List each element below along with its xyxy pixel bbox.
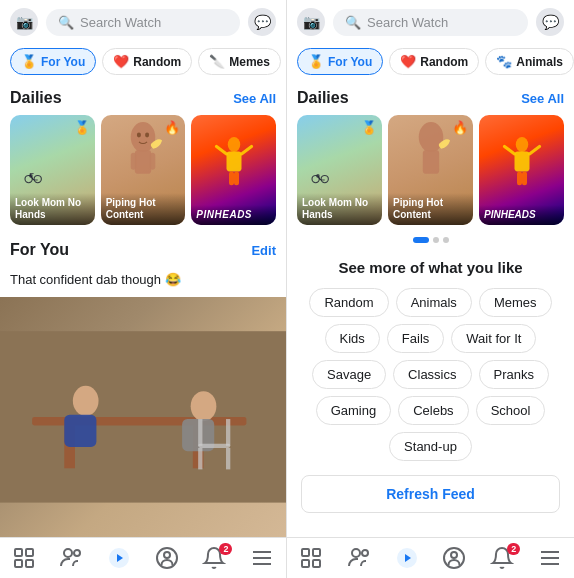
svg-point-63: [352, 549, 360, 557]
see-more-title: See more of what you like: [287, 247, 574, 284]
svg-line-55: [504, 146, 514, 154]
camera-icon[interactable]: 📷: [10, 8, 38, 36]
svg-rect-30: [226, 448, 230, 469]
right-camera-icon[interactable]: 📷: [297, 8, 325, 36]
svg-point-46: [312, 175, 319, 182]
right-tab-for-you[interactable]: 🏅 For You: [297, 48, 383, 75]
right-tab-random[interactable]: ❤️ Random: [389, 48, 479, 75]
right-nav-notifications[interactable]: 2: [482, 546, 522, 570]
svg-rect-34: [26, 549, 33, 556]
trophy-emoji: 🏅: [21, 54, 37, 69]
tab-for-you-label: For You: [41, 55, 85, 69]
scroll-dot-1: [413, 237, 429, 243]
left-panel: 📷 🔍 Search Watch 💬 🏅 For You ❤️ Random 🔪…: [0, 0, 287, 578]
memes-emoji: 🔪: [209, 54, 225, 69]
nav-notifications[interactable]: 2: [194, 546, 234, 570]
daily-card-3[interactable]: PINHEADS: [191, 115, 276, 225]
right-daily-card-3[interactable]: PINHEADS: [479, 115, 564, 225]
tag-classics[interactable]: Classics: [393, 360, 471, 389]
tag-wait-for-it[interactable]: Wait for It: [451, 324, 536, 353]
right-search-input[interactable]: 🔍 Search Watch: [333, 9, 528, 36]
right-nav-feed[interactable]: [291, 546, 331, 570]
svg-point-12: [137, 133, 141, 138]
post-image[interactable]: [0, 297, 286, 537]
tab-memes-label: Memes: [229, 55, 270, 69]
svg-point-38: [74, 550, 80, 556]
messenger-icon[interactable]: 💬: [248, 8, 276, 36]
scroll-indicator: [287, 233, 574, 247]
svg-rect-61: [302, 560, 309, 567]
svg-rect-35: [15, 560, 22, 567]
refresh-feed-button[interactable]: Refresh Feed: [301, 475, 560, 513]
tag-savage[interactable]: Savage: [312, 360, 386, 389]
svg-rect-62: [313, 560, 320, 567]
tag-school[interactable]: School: [476, 396, 546, 425]
svg-point-8: [131, 122, 156, 152]
right-search-icon: 🔍: [345, 15, 361, 30]
right-see-all[interactable]: See All: [521, 91, 564, 106]
svg-rect-59: [302, 549, 309, 556]
left-search-bar: 📷 🔍 Search Watch 💬: [0, 0, 286, 44]
daily-card-1[interactable]: 🏅 Look Mom No Hands: [10, 115, 95, 225]
tag-random[interactable]: Random: [309, 288, 388, 317]
for-you-header: For You Edit: [0, 233, 286, 263]
svg-rect-9: [135, 150, 151, 174]
nav-profile[interactable]: [147, 546, 187, 570]
nav-menu[interactable]: [242, 546, 282, 570]
svg-rect-31: [198, 419, 202, 446]
edit-label[interactable]: Edit: [251, 243, 276, 258]
right-nav-watch[interactable]: [387, 546, 427, 570]
tag-animals[interactable]: Animals: [396, 288, 472, 317]
svg-rect-32: [226, 419, 230, 446]
right-bottom-nav: 2: [287, 537, 574, 578]
tag-kids[interactable]: Kids: [325, 324, 380, 353]
svg-point-47: [321, 175, 328, 182]
svg-point-53: [515, 137, 528, 152]
right-daily-card-2[interactable]: 🔥 Piping Hot Content: [388, 115, 473, 225]
tag-celebs[interactable]: Celebs: [398, 396, 468, 425]
daily-card-2[interactable]: 🔥 Piping Hot Content: [101, 115, 186, 225]
tag-standup[interactable]: Stand-up: [389, 432, 472, 461]
tab-random[interactable]: ❤️ Random: [102, 48, 192, 75]
svg-rect-10: [131, 153, 136, 170]
scroll-dot-2: [433, 237, 439, 243]
right-daily-card-1[interactable]: 🏅 Look Mom No Hands: [297, 115, 382, 225]
svg-point-26: [191, 391, 217, 421]
left-see-all[interactable]: See All: [233, 91, 276, 106]
tag-pranks[interactable]: Pranks: [479, 360, 549, 389]
card-label-1: Look Mom No Hands: [10, 193, 95, 225]
nav-friends[interactable]: [51, 546, 91, 570]
right-tab-animals[interactable]: 🐾 Animals: [485, 48, 574, 75]
right-dailies-title: Dailies: [297, 89, 349, 107]
svg-rect-15: [226, 151, 241, 171]
left-search-input[interactable]: 🔍 Search Watch: [46, 9, 240, 36]
svg-rect-11: [150, 153, 155, 170]
tag-gaming[interactable]: Gaming: [316, 396, 392, 425]
svg-rect-60: [313, 549, 320, 556]
nav-feed[interactable]: [4, 546, 44, 570]
right-panel: 📷 🔍 Search Watch 💬 🏅 For You ❤️ Random 🐾…: [287, 0, 574, 578]
right-category-tabs: 🏅 For You ❤️ Random 🐾 Animals 🔪: [287, 44, 574, 81]
right-nav-profile[interactable]: [434, 546, 474, 570]
right-messenger-icon[interactable]: 💬: [536, 8, 564, 36]
right-tab-for-you-label: For You: [328, 55, 372, 69]
svg-rect-28: [198, 444, 230, 448]
left-dailies-header: Dailies See All: [0, 81, 286, 111]
for-you-section: For You Edit That confident dab though 😂: [0, 233, 286, 537]
search-icon: 🔍: [58, 15, 74, 30]
tab-for-you[interactable]: 🏅 For You: [10, 48, 96, 75]
right-card-badge-2: 🔥: [452, 120, 468, 135]
tab-memes[interactable]: 🔪 Memes: [198, 48, 281, 75]
right-nav-menu[interactable]: [530, 546, 570, 570]
right-dailies-header: Dailies See All: [287, 81, 574, 111]
tag-fails[interactable]: Fails: [387, 324, 444, 353]
svg-line-16: [216, 146, 226, 154]
svg-rect-19: [234, 171, 239, 185]
svg-rect-25: [64, 415, 96, 447]
svg-point-24: [73, 386, 99, 416]
svg-rect-52: [422, 150, 438, 174]
right-nav-friends[interactable]: [339, 546, 379, 570]
tag-memes[interactable]: Memes: [479, 288, 552, 317]
nav-watch[interactable]: [99, 546, 139, 570]
card-badge-2: 🔥: [164, 120, 180, 135]
